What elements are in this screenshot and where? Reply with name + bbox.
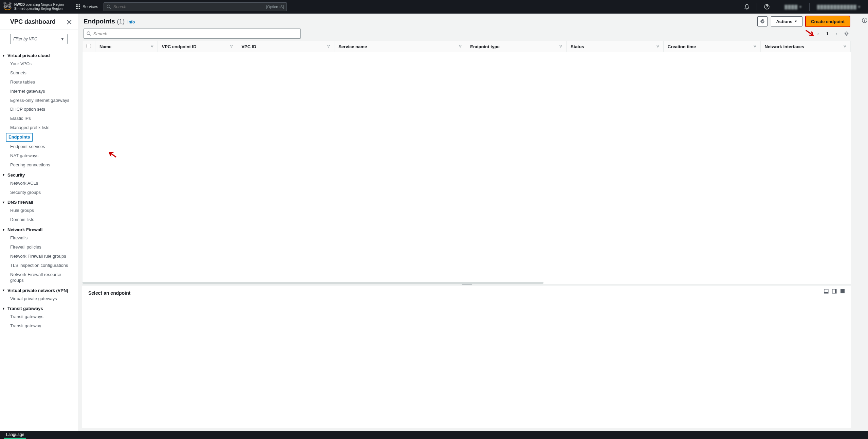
sidebar-item-network-firewall-resource-groups[interactable]: Network Firewall resource groups (6, 270, 72, 285)
table-search-input[interactable] (93, 31, 298, 36)
column-header-vpc-endpoint-id[interactable]: VPC endpoint ID▽ (158, 41, 237, 52)
close-icon (67, 20, 72, 24)
sidebar-item-your-vpcs[interactable]: Your VPCs (6, 59, 72, 69)
svg-rect-4 (77, 6, 78, 7)
sidebar-item-transit-gateways[interactable]: Transit gateways (6, 312, 72, 322)
global-search-input[interactable] (113, 4, 266, 9)
horizontal-scrollbar[interactable] (82, 282, 543, 284)
services-menu-button[interactable]: Services (73, 4, 101, 9)
create-endpoint-button[interactable]: Create endpoint (806, 16, 850, 26)
column-header-service-name[interactable]: Service name▽ (334, 41, 466, 52)
sort-icon: ▽ (151, 44, 153, 48)
logo-text: 亚马逊云科技 (3, 3, 12, 8)
column-header-network-interfaces[interactable]: Network interfaces▽ (760, 41, 850, 52)
triangle-down-icon: ▼ (2, 289, 6, 292)
table-search[interactable] (84, 29, 301, 39)
nav-section-header[interactable]: ▼DNS firewall (6, 197, 72, 206)
svg-point-17 (845, 33, 847, 35)
sidebar-item-firewalls[interactable]: Firewalls (6, 234, 72, 243)
splitter-handle-icon (462, 285, 472, 285)
help-button[interactable] (761, 0, 773, 14)
sort-icon: ▽ (559, 44, 562, 48)
nav-section-header[interactable]: ▼Virtual private cloud (6, 50, 72, 59)
svg-point-12 (767, 8, 768, 8)
sidebar-item-network-firewall-rule-groups[interactable]: Network Firewall rule groups (6, 252, 72, 261)
sidebar-item-dhcp-option-sets[interactable]: DHCP option sets (6, 105, 72, 114)
column-header-name[interactable]: Name▽ (95, 41, 158, 52)
column-header-status[interactable]: Status▽ (567, 41, 664, 52)
nav-divider (70, 3, 70, 11)
table-settings-button[interactable] (843, 30, 850, 37)
nav-section-label: DNS firewall (7, 200, 33, 205)
svg-rect-7 (77, 8, 78, 9)
grid-icon (76, 4, 80, 9)
sidebar-item-domain-lists[interactable]: Domain lists (6, 215, 72, 224)
nav-section-header[interactable]: ▼Security (6, 170, 72, 179)
bell-icon (744, 4, 750, 10)
nav-section-header[interactable]: ▼Virtual private network (VPN) (6, 285, 72, 294)
column-header-creation-time[interactable]: Creation time▽ (663, 41, 760, 52)
sidebar-item-managed-prefix-lists[interactable]: Managed prefix lists (6, 123, 72, 132)
page-title-count: (1) (117, 18, 125, 25)
info-link[interactable]: Info (127, 20, 135, 24)
notifications-button[interactable] (741, 0, 753, 14)
layout-full-icon (840, 289, 845, 294)
sidebar-item-peering-connections[interactable]: Peering connections (6, 161, 72, 170)
sidebar-item-elastic-ips[interactable]: Elastic IPs (6, 114, 72, 123)
sidebar-item-subnets[interactable]: Subnets (6, 69, 72, 78)
nav-section-header[interactable]: ▼Network Firewall (6, 224, 72, 234)
svg-rect-19 (824, 292, 828, 293)
refresh-icon (760, 19, 765, 24)
nav-section-label: Security (7, 172, 25, 178)
sidebar-item-network-acls[interactable]: Network ACLs (6, 179, 72, 188)
chevron-down-icon: ▼ (794, 20, 797, 23)
details-panel: Select an endpoint (82, 286, 851, 428)
svg-rect-1 (77, 4, 78, 5)
sidebar-item-security-groups[interactable]: Security groups (6, 188, 72, 197)
panel-layout-button-2[interactable] (832, 289, 837, 294)
panel-layout-button-1[interactable] (824, 289, 829, 294)
refresh-button[interactable] (757, 16, 768, 26)
select-all-checkbox[interactable] (87, 44, 91, 48)
sort-icon: ▽ (754, 44, 756, 48)
sidebar-item-transit-gateway[interactable]: Transit gateway (6, 322, 72, 331)
filter-by-vpc-select[interactable]: Filter by VPC ▼ (10, 34, 68, 44)
sidebar-item-egress-only-internet-gateways[interactable]: Egress-only internet gateways (6, 96, 72, 105)
nav-section-label: Network Firewall (7, 227, 42, 232)
region-t1: operating Ningxia Region (25, 3, 64, 6)
sidebar-item-endpoint-services[interactable]: Endpoint services (6, 142, 72, 151)
sidebar-item-nat-gateways[interactable]: NAT gateways (6, 151, 72, 161)
account-label: ▓▓▓▓▓▓▓▓▓▓▓▓ ▾ (817, 4, 861, 9)
svg-rect-21 (835, 289, 836, 293)
sidebar-item-tls-inspection-configurations[interactable]: TLS inspection configurations (6, 261, 72, 270)
account-menu[interactable]: ▓▓▓▓▓▓▓▓▓▓▓▓ ▾ (814, 4, 864, 9)
sidebar-item-virtual-private-gateways[interactable]: Virtual private gateways (6, 294, 72, 304)
close-sidebar-button[interactable] (67, 20, 72, 24)
global-navbar: 亚马逊云科技 NWCD operating Ningxia Region Sin… (0, 0, 868, 14)
svg-line-16 (90, 34, 91, 36)
global-search[interactable]: [Option+S] (104, 2, 287, 11)
sidebar-item-endpoints[interactable]: Endpoints (6, 133, 33, 142)
sidebar-item-rule-groups[interactable]: Rule groups (6, 206, 72, 215)
sidebar-item-route-tables[interactable]: Route tables (6, 78, 72, 87)
logo-block[interactable]: 亚马逊云科技 NWCD operating Ningxia Region Sin… (0, 3, 67, 11)
region-b2: Sinnet (14, 7, 25, 11)
nav-section-header[interactable]: ▼Transit gateways (6, 303, 72, 312)
services-label: Services (82, 4, 98, 9)
details-title: Select an endpoint (88, 290, 845, 296)
help-panel-toggle[interactable] (862, 18, 867, 23)
column-header-vpc-id[interactable]: VPC ID▽ (237, 41, 334, 52)
region-selector[interactable]: ▓▓▓▓ ▾ (781, 4, 805, 9)
search-icon (87, 31, 91, 36)
prev-page-button[interactable]: ‹ (815, 30, 821, 37)
language-selector[interactable]: Language (4, 432, 26, 439)
next-page-button[interactable]: › (833, 30, 840, 37)
sidebar-item-internet-gateways[interactable]: Internet gateways (6, 87, 72, 96)
create-endpoint-label: Create endpoint (811, 19, 845, 24)
panel-layout-button-3[interactable] (840, 289, 845, 294)
sidebar-item-firewall-policies[interactable]: Firewall policies (6, 243, 72, 252)
svg-rect-6 (76, 8, 77, 9)
nav-divider (757, 3, 757, 11)
actions-button[interactable]: Actions ▼ (771, 16, 802, 26)
column-header-endpoint-type[interactable]: Endpoint type▽ (466, 41, 567, 52)
